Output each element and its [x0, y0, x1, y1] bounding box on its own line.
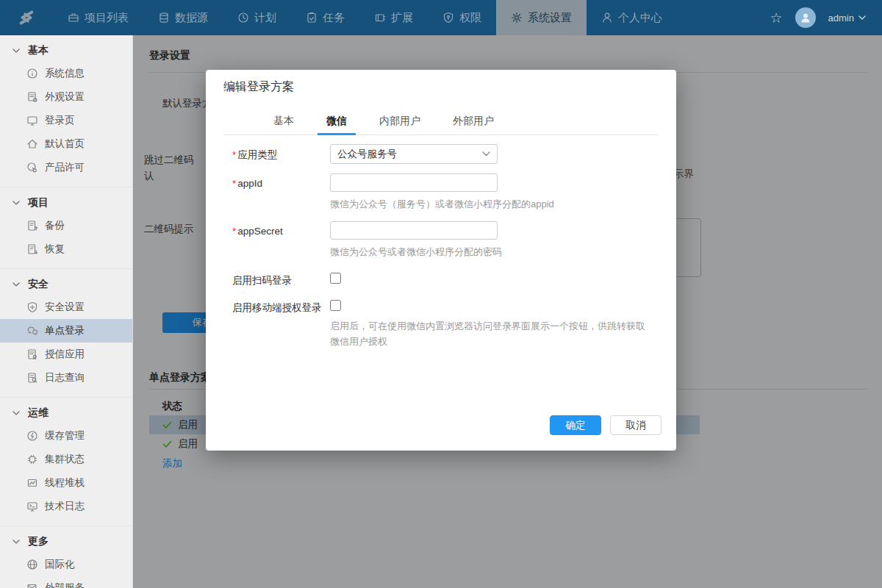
selected-option: 公众号服务号 [337, 148, 397, 161]
avatar-person-icon [800, 12, 811, 24]
terminal-icon [26, 501, 38, 512]
nav-label: 项目列表 [85, 11, 129, 25]
sidebar-item-backup[interactable]: 备份 [0, 214, 132, 237]
tab-wechat[interactable]: 微信 [318, 110, 356, 135]
sidebar-item-product-license[interactable]: 产品许可 [0, 156, 132, 179]
sidebar-item-login-page[interactable]: 登录页 [0, 109, 132, 132]
sidebar-item-thread-stack[interactable]: 线程堆栈 [0, 471, 132, 495]
monitor-icon [26, 115, 38, 126]
wechat-form: *应用类型 公众号服务号 *appId 微信为公众号（服务号）或者微信小程序分配… [232, 144, 650, 359]
nav-label: 扩展 [391, 11, 413, 25]
sidebar-item-log-query[interactable]: 日志查询 [0, 366, 132, 390]
sidebar-item-label: 默认首页 [45, 137, 85, 151]
shield-plus-icon [26, 301, 38, 313]
username: admin [828, 12, 854, 24]
scan-login-checkbox[interactable] [330, 273, 341, 284]
favorite-star-icon[interactable]: ☆ [770, 11, 783, 25]
sidebar-section-title-project[interactable]: 项目 [0, 192, 132, 214]
sidebar-item-label: 外部服务 [45, 581, 85, 588]
nav-label: 任务 [323, 11, 345, 25]
sidebar-item-label: 线程堆栈 [45, 476, 85, 490]
nav-item-tasks[interactable]: 任务 [291, 0, 359, 35]
sidebar-item-default-home[interactable]: 默认首页 [0, 132, 132, 156]
document-gear-icon [26, 91, 38, 103]
cancel-button[interactable]: 取消 [610, 415, 662, 435]
mobile-auth-hint: 启用后，可在使用微信内置浏览器访问登录界面展示一个按钮，供跳转获取微信用户授权 [330, 318, 650, 350]
sidebar-item-sso[interactable]: 单点登录 [0, 319, 132, 343]
dialog-title: 编辑登录方案 [223, 79, 294, 95]
nav-item-extensions[interactable]: 扩展 [359, 0, 428, 35]
sidebar-item-trusted-apps[interactable]: 授信应用 [0, 343, 132, 366]
nav-item-permissions[interactable]: 权限 [428, 0, 496, 35]
sidebar-section-title-more[interactable]: 更多 [0, 531, 132, 553]
tab-internal-users[interactable]: 内部用户 [370, 110, 429, 135]
app-secret-input[interactable] [330, 221, 498, 240]
chip-icon [26, 453, 38, 465]
sidebar-item-tech-log[interactable]: 技术日志 [0, 495, 132, 518]
ok-button[interactable]: 确定 [550, 415, 601, 435]
nav-label: 个人中心 [618, 11, 662, 25]
nav-item-system-settings[interactable]: 系统设置 [496, 0, 587, 35]
sidebar-item-cache[interactable]: 缓存管理 [0, 424, 132, 448]
sidebar-section-title-basic[interactable]: 基本 [0, 40, 132, 62]
required-mark: * [232, 226, 236, 237]
app-secret-label: *appSecret [232, 221, 330, 259]
sidebar-item-label: 单点登录 [45, 324, 85, 337]
nav-item-datasource[interactable]: 数据源 [143, 0, 223, 35]
document-seal-icon [26, 348, 38, 360]
chat-bubbles-icon [26, 325, 38, 337]
sidebar-item-security-settings[interactable]: 安全设置 [0, 295, 132, 319]
app-id-input[interactable] [330, 173, 498, 192]
sidebar-item-cluster[interactable]: 集群状态 [0, 448, 132, 471]
section-title-label: 基本 [28, 44, 49, 57]
tab-basic[interactable]: 基本 [265, 110, 303, 135]
sidebar-item-label: 恢复 [45, 243, 65, 256]
sidebar-item-label: 技术日志 [45, 500, 85, 513]
nav-label: 权限 [459, 11, 481, 25]
sidebar-section-ops: 运维 缓存管理 集群状态 线程堆栈 技术日志 [0, 398, 132, 526]
settings-sidebar: 基本 系统信息 外观设置 登录页 默认首页 产品许可 项目 备份 [0, 35, 133, 588]
chevron-down-icon [12, 49, 20, 53]
app-logo-icon[interactable] [10, 7, 43, 29]
sidebar-item-label: 日志查询 [45, 371, 85, 384]
form-row-scan-login: 启用扫码登录 [232, 270, 650, 287]
edit-login-plan-dialog: 编辑登录方案 基本 微信 内部用户 外部用户 *应用类型 公众号服务号 *app… [206, 70, 676, 451]
chevron-down-icon [12, 411, 20, 415]
app-type-label: *应用类型 [232, 144, 330, 164]
sidebar-section-basic: 基本 系统信息 外观设置 登录页 默认首页 产品许可 [0, 35, 132, 187]
nav-item-plan[interactable]: 计划 [223, 0, 291, 35]
sidebar-item-restore[interactable]: 恢复 [0, 237, 132, 261]
sidebar-section-title-ops[interactable]: 运维 [0, 402, 132, 424]
tab-external-users[interactable]: 外部用户 [444, 110, 503, 135]
gear-icon [511, 12, 523, 24]
user-avatar[interactable] [795, 7, 816, 28]
app-id-label: *appId [232, 173, 330, 212]
sidebar-item-i18n[interactable]: 国际化 [0, 553, 132, 576]
nav-item-projects[interactable]: 项目列表 [53, 0, 143, 35]
sidebar-item-appearance[interactable]: 外观设置 [0, 85, 132, 109]
document-arrow-up-icon [26, 220, 38, 232]
license-icon [26, 162, 38, 173]
form-row-app-secret: *appSecret 微信为公众号或者微信小程序分配的密码 [232, 221, 650, 259]
app-id-hint: 微信为公众号（服务号）或者微信小程序分配的appid [330, 196, 650, 212]
nav-item-profile[interactable]: 个人中心 [587, 0, 677, 35]
mobile-auth-checkbox[interactable] [330, 300, 341, 311]
sidebar-item-label: 授信应用 [45, 348, 85, 361]
dialog-tabs: 基本 微信 内部用户 外部用户 [223, 110, 659, 135]
dialog-footer: 确定 取消 [550, 415, 662, 435]
home-icon [26, 138, 38, 150]
sidebar-section-more: 更多 国际化 外部服务 [0, 526, 132, 588]
user-menu[interactable]: admin [828, 12, 866, 24]
section-title-label: 更多 [28, 535, 49, 548]
briefcase-icon [68, 12, 79, 24]
app-secret-hint: 微信为公众号或者微信小程序分配的密码 [330, 244, 650, 259]
sidebar-item-label: 系统信息 [45, 67, 85, 80]
main-menu: 项目列表 数据源 计划 任务 扩展 权限 系统设置 个人中心 [53, 0, 677, 35]
info-icon [26, 68, 38, 79]
document-arrow-down-icon [26, 243, 38, 255]
sidebar-item-external-services[interactable]: 外部服务 [0, 576, 132, 588]
sidebar-section-title-security[interactable]: 安全 [0, 273, 132, 295]
app-type-select[interactable]: 公众号服务号 [330, 144, 498, 164]
sidebar-item-system-info[interactable]: 系统信息 [0, 62, 132, 85]
chevron-down-icon [12, 201, 20, 205]
